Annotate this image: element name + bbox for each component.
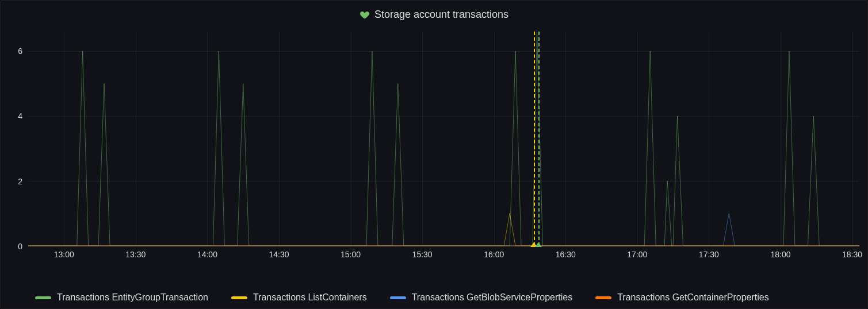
plot-area[interactable] xyxy=(28,32,859,246)
annotation-line[interactable] xyxy=(538,32,540,246)
x-tick-label: 18:30 xyxy=(842,250,862,259)
x-tick-label: 13:30 xyxy=(125,250,146,259)
series-line xyxy=(28,213,859,246)
legend: Transactions EntityGroupTransactionTrans… xyxy=(35,292,859,303)
x-tick-label: 17:00 xyxy=(627,250,647,259)
series-line xyxy=(28,213,859,246)
gridline-vertical xyxy=(351,32,351,246)
y-tick-label: 2 xyxy=(18,177,22,186)
legend-item[interactable]: Transactions ListContainers xyxy=(231,292,367,303)
y-tick-label: 0 xyxy=(18,242,22,251)
legend-label: Transactions EntityGroupTransaction xyxy=(57,292,208,303)
series-line xyxy=(28,32,859,246)
x-tick-label: 14:30 xyxy=(269,250,289,259)
legend-swatch xyxy=(231,296,247,299)
gridline-vertical xyxy=(637,32,638,246)
panel-title-text: Storage account transactions xyxy=(374,9,508,21)
y-axis: 0246 xyxy=(1,32,28,246)
gridline-vertical xyxy=(781,32,781,246)
gridline-horizontal xyxy=(28,116,859,117)
legend-item[interactable]: Transactions EntityGroupTransaction xyxy=(35,292,208,303)
x-tick-label: 16:30 xyxy=(556,250,576,259)
legend-label: Transactions ListContainers xyxy=(253,292,367,303)
gridline-vertical xyxy=(136,32,136,246)
legend-swatch xyxy=(595,296,611,299)
y-tick-label: 6 xyxy=(18,47,22,56)
gridline-horizontal xyxy=(28,181,859,181)
panel-title-row: Storage account transactions xyxy=(1,1,867,28)
gridline-vertical xyxy=(422,32,423,246)
legend-label: Transactions GetBlobServiceProperties xyxy=(412,292,573,303)
legend-item[interactable]: Transactions GetBlobServiceProperties xyxy=(390,292,573,303)
legend-label: Transactions GetContainerProperties xyxy=(617,292,769,303)
gridline-vertical xyxy=(852,32,853,246)
x-tick-label: 13:00 xyxy=(54,250,74,259)
annotation-marker-icon[interactable] xyxy=(535,242,542,247)
gridline-horizontal xyxy=(28,51,859,52)
gridline-vertical xyxy=(709,32,709,246)
gridline-vertical xyxy=(494,32,495,246)
chart-panel: Storage account transactions 0246 13:001… xyxy=(0,0,868,309)
gridline-vertical xyxy=(207,32,208,246)
annotation-line[interactable] xyxy=(534,32,535,246)
y-tick-label: 4 xyxy=(18,111,22,121)
legend-item[interactable]: Transactions GetContainerProperties xyxy=(595,292,769,303)
chart-area[interactable]: 0246 13:0013:3014:0014:3015:0015:3016:00… xyxy=(1,32,867,257)
x-axis: 13:0013:3014:0014:3015:0015:3016:0016:30… xyxy=(28,248,859,264)
gridline-vertical xyxy=(279,32,280,246)
legend-swatch xyxy=(35,296,51,299)
x-tick-label: 14:00 xyxy=(197,250,217,259)
x-tick-label: 15:00 xyxy=(341,250,361,259)
x-tick-label: 15:30 xyxy=(412,250,433,259)
x-tick-label: 17:30 xyxy=(699,250,719,259)
x-tick-label: 16:00 xyxy=(484,250,504,259)
heart-icon xyxy=(360,10,370,20)
x-tick-label: 18:00 xyxy=(770,250,790,259)
gridline-vertical xyxy=(64,32,64,246)
gridline-vertical xyxy=(565,32,566,246)
legend-swatch xyxy=(390,296,406,299)
